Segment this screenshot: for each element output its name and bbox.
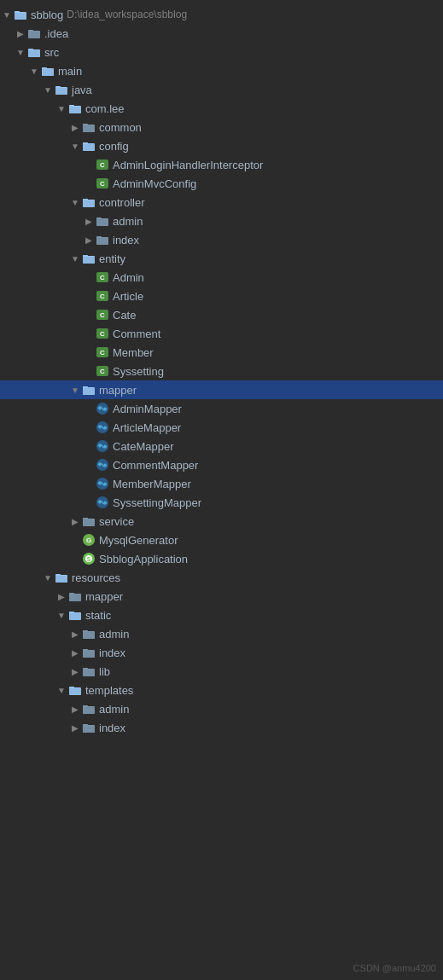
expand-arrow[interactable]: ▼: [41, 571, 55, 584]
tree-item-22[interactable]: AdminMapper: [0, 399, 443, 418]
expand-arrow[interactable]: ▶: [82, 233, 96, 246]
tree-item-9[interactable]: C AdminLoginHandlerInterceptor: [0, 155, 443, 174]
tree-item-7[interactable]: ▶ common: [0, 118, 443, 136]
svg-text:G: G: [86, 536, 91, 544]
expand-arrow[interactable]: ▼: [14, 45, 27, 59]
folder-open-icon: [68, 608, 82, 622]
tree-item-3[interactable]: ▼ src: [0, 43, 443, 61]
expand-arrow[interactable]: [82, 345, 96, 359]
expand-arrow[interactable]: [82, 458, 96, 472]
tree-item-19[interactable]: C Member: [0, 343, 443, 362]
expand-arrow[interactable]: [82, 439, 96, 453]
tree-item-29[interactable]: G MysqlGenerator: [0, 531, 443, 549]
expand-arrow[interactable]: [68, 533, 82, 547]
tree-item-13[interactable]: ▶ index: [0, 230, 443, 249]
tree-item-label: templates: [85, 684, 133, 697]
folder-icon: [68, 589, 82, 603]
tree-item-18[interactable]: C Comment: [0, 324, 443, 343]
tree-item-21[interactable]: ▼ mapper: [0, 380, 443, 399]
tree-item-10[interactable]: C AdminMvcConfig: [0, 174, 443, 193]
tree-item-27[interactable]: SyssettingMapper: [0, 493, 443, 512]
tree-item-15[interactable]: C Admin: [0, 268, 443, 287]
tree-item-label: common: [99, 121, 142, 134]
expand-arrow[interactable]: ▼: [55, 608, 68, 622]
class-icon: C: [96, 308, 109, 322]
tree-item-4[interactable]: ▼ main: [0, 61, 443, 80]
expand-arrow[interactable]: [82, 289, 96, 303]
tree-item-32[interactable]: ▶ mapper: [0, 587, 443, 606]
tree-item-34[interactable]: ▶ admin: [0, 624, 443, 643]
tree-item-24[interactable]: CateMapper: [0, 437, 443, 455]
expand-arrow[interactable]: [82, 158, 96, 171]
expand-arrow[interactable]: ▼: [41, 83, 55, 96]
expand-arrow[interactable]: [82, 496, 96, 509]
tree-item-5[interactable]: ▼ java: [0, 80, 443, 99]
svg-rect-80: [69, 687, 74, 688]
expand-arrow[interactable]: ▼: [68, 139, 82, 153]
folder-open-icon: [55, 571, 68, 584]
tree-item-30[interactable]: S SbblogApplication: [0, 549, 443, 568]
expand-arrow[interactable]: ▼: [68, 383, 82, 397]
tree-item-20[interactable]: C Syssetting: [0, 362, 443, 380]
tree-item-23[interactable]: ArticleMapper: [0, 418, 443, 437]
tree-item-16[interactable]: C Article: [0, 287, 443, 305]
expand-arrow[interactable]: [68, 552, 82, 565]
expand-arrow[interactable]: [82, 364, 96, 378]
tree-item-31[interactable]: ▼ resources: [0, 568, 443, 587]
expand-arrow[interactable]: ▶: [68, 721, 82, 734]
tree-item-label: config: [99, 140, 129, 153]
tree-item-6[interactable]: ▼ com.lee: [0, 99, 443, 118]
tree-item-33[interactable]: ▼ static: [0, 606, 443, 624]
expand-arrow[interactable]: ▶: [55, 589, 68, 603]
tree-item-38[interactable]: ▶ admin: [0, 699, 443, 718]
expand-arrow[interactable]: [82, 402, 96, 415]
expand-arrow[interactable]: [82, 420, 96, 434]
expand-arrow[interactable]: ▼: [68, 195, 82, 209]
mapper-icon: [96, 439, 109, 453]
expand-arrow[interactable]: ▼: [0, 8, 14, 21]
tree-item-36[interactable]: ▶ lib: [0, 662, 443, 681]
tree-item-25[interactable]: CommentMapper: [0, 455, 443, 474]
expand-arrow[interactable]: ▶: [68, 646, 82, 659]
expand-arrow[interactable]: [82, 177, 96, 190]
expand-arrow[interactable]: ▶: [68, 627, 82, 641]
tree-item-14[interactable]: ▼ entity: [0, 249, 443, 268]
expand-arrow[interactable]: ▶: [82, 214, 96, 228]
expand-arrow[interactable]: ▼: [55, 683, 68, 697]
expand-arrow[interactable]: ▶: [68, 120, 82, 134]
tree-item-label: admin: [99, 628, 129, 641]
expand-arrow[interactable]: [82, 477, 96, 490]
svg-rect-72: [69, 612, 74, 613]
tree-item-28[interactable]: ▶ service: [0, 512, 443, 531]
expand-arrow[interactable]: ▶: [68, 702, 82, 716]
tree-item-35[interactable]: ▶ index: [0, 643, 443, 662]
tree-item-17[interactable]: C Cate: [0, 305, 443, 324]
expand-arrow[interactable]: ▼: [27, 64, 41, 78]
expand-arrow[interactable]: ▼: [68, 252, 82, 265]
tree-item-12[interactable]: ▶ admin: [0, 212, 443, 230]
expand-arrow[interactable]: [82, 308, 96, 322]
tree-item-label: service: [99, 515, 134, 528]
tree-item-label: .idea: [44, 27, 68, 40]
tree-item-26[interactable]: MemberMapper: [0, 474, 443, 493]
expand-arrow[interactable]: ▶: [14, 26, 27, 40]
tree-item-8[interactable]: ▼ config: [0, 136, 443, 155]
expand-arrow[interactable]: ▶: [68, 664, 82, 678]
expand-arrow[interactable]: ▼: [55, 101, 68, 115]
svg-point-47: [104, 426, 107, 429]
expand-arrow[interactable]: [82, 270, 96, 284]
folder-open-icon: [68, 101, 82, 115]
tree-item-label: SyssettingMapper: [113, 496, 201, 509]
mapper-icon: [96, 458, 109, 472]
tree-item-1[interactable]: ▼ sbblogD:\idea_workspace\sbblog: [0, 5, 443, 24]
svg-point-46: [99, 426, 102, 429]
expand-arrow[interactable]: ▶: [68, 514, 82, 528]
tree-item-label: AdminMapper: [113, 403, 182, 415]
tree-item-37[interactable]: ▼ templates: [0, 681, 443, 699]
tree-item-11[interactable]: ▼ controller: [0, 193, 443, 212]
svg-text:C: C: [100, 311, 105, 319]
svg-rect-27: [83, 255, 88, 257]
expand-arrow[interactable]: [82, 327, 96, 340]
tree-item-39[interactable]: ▶ index: [0, 718, 443, 737]
tree-item-2[interactable]: ▶ .idea: [0, 24, 443, 43]
